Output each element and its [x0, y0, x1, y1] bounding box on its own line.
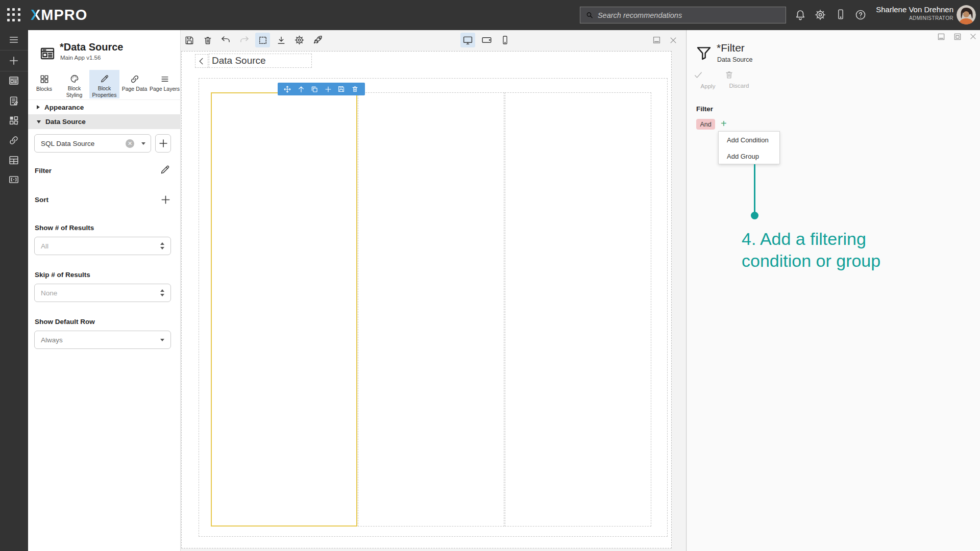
save-button[interactable]: [182, 33, 197, 47]
add-new-icon[interactable]: [6, 53, 21, 68]
close-panel-icon[interactable]: [969, 32, 978, 41]
show-results-stepper[interactable]: All: [34, 237, 171, 255]
search-input[interactable]: [598, 11, 780, 19]
add-filter-plus-icon[interactable]: +: [721, 118, 727, 130]
preview-tablet-button[interactable]: [479, 33, 494, 47]
column-block[interactable]: [505, 92, 651, 527]
filter-label: Filter: [35, 167, 52, 174]
publish-rocket-button[interactable]: [310, 33, 325, 47]
blocks-library-icon[interactable]: [6, 113, 21, 128]
move-block-icon[interactable]: [283, 85, 291, 93]
annotation-text: 4. Add a filtering condition or group: [742, 228, 880, 272]
add-filter-menu: Add Condition Add Group: [718, 131, 780, 164]
chevron-left-icon: [197, 57, 206, 66]
user-menu[interactable]: Sharlene Von Drehnen ADMINISTRATOR: [876, 5, 953, 21]
settings-gear-icon[interactable]: [814, 9, 826, 21]
filter-section-label: Filter: [696, 105, 713, 113]
dock-panel-icon[interactable]: [937, 32, 946, 41]
tab-block-properties[interactable]: Block Properties: [89, 70, 119, 98]
link-icon: [130, 74, 140, 84]
filter-editor-panel: *Filter Data Source Apply Discard Filter…: [687, 30, 980, 551]
data-grid-icon[interactable]: [6, 153, 21, 168]
undo-button[interactable]: [218, 33, 233, 47]
caret-down-icon[interactable]: [141, 142, 145, 145]
preview-desktop-button[interactable]: [460, 33, 475, 47]
tab-page-layers[interactable]: Page Layers: [150, 70, 180, 98]
xmpro-logo: XMPRO: [31, 7, 87, 23]
add-block-icon[interactable]: [324, 85, 332, 93]
section-appearance[interactable]: Appearance: [28, 99, 181, 114]
and-operator-chip[interactable]: And: [696, 119, 715, 130]
connections-link-icon[interactable]: [6, 133, 21, 148]
tab-page-data[interactable]: Page Data: [119, 70, 150, 98]
back-chevron-block[interactable]: [195, 54, 208, 68]
menu-hamburger-icon[interactable]: [6, 32, 21, 47]
float-panel-icon[interactable]: [953, 32, 962, 41]
user-name: Sharlene Von Drehnen: [876, 5, 953, 14]
sort-label: Sort: [35, 196, 48, 204]
page-settings-gear-button[interactable]: [292, 33, 307, 47]
default-row-select[interactable]: Always: [34, 331, 171, 349]
app-page[interactable]: Data Source: [181, 51, 672, 548]
mobile-phone-icon[interactable]: [835, 9, 847, 21]
forms-icon[interactable]: [6, 93, 21, 109]
selected-column-block[interactable]: [211, 92, 357, 527]
dock-panel-icon[interactable]: [649, 33, 664, 47]
left-properties-panel: *Data Source Main App v1.56 Blocks Block…: [28, 30, 181, 551]
top-bar: XMPRO Sharlene Von Drehnen ADMINISTRATOR: [0, 0, 980, 30]
add-data-source-button[interactable]: [155, 134, 171, 153]
plus-icon: [158, 138, 169, 149]
data-source-value: SQL Data Source: [41, 140, 94, 147]
stepper-arrows[interactable]: [160, 289, 164, 296]
apps-grid-icon[interactable]: [7, 8, 21, 22]
skip-results-stepper[interactable]: None: [34, 284, 171, 302]
column-block[interactable]: [358, 92, 504, 527]
edit-filter-pencil-icon[interactable]: [160, 164, 172, 177]
default-row-label: Show Default Row: [35, 318, 95, 325]
blocks-icon: [39, 74, 50, 84]
page-title: Data Source: [212, 55, 266, 66]
annotation-connector-dot: [751, 212, 758, 219]
apply-button[interactable]: Apply: [693, 70, 723, 89]
search-box[interactable]: [580, 7, 786, 23]
show-results-label: Show # of Results: [35, 224, 94, 232]
tab-blocks[interactable]: Blocks: [29, 70, 59, 98]
annotation-connector-line: [754, 164, 755, 213]
page-title-block[interactable]: Data Source: [209, 54, 312, 68]
avatar[interactable]: [957, 5, 976, 24]
help-icon[interactable]: [854, 9, 867, 21]
add-sort-plus-icon[interactable]: [160, 194, 172, 206]
panel-tabs: Blocks Block Styling Block Properties Pa…: [28, 70, 181, 98]
delete-block-icon[interactable]: [351, 85, 359, 93]
layers-icon: [160, 74, 170, 84]
variables-icon[interactable]: [6, 172, 21, 187]
save-block-icon[interactable]: [337, 85, 346, 93]
section-data-source[interactable]: Data Source: [28, 114, 181, 129]
stepper-arrows[interactable]: [160, 242, 164, 249]
logo-x: X: [31, 7, 41, 23]
close-canvas-icon[interactable]: [666, 33, 680, 47]
redo-button[interactable]: [237, 33, 252, 47]
data-source-select[interactable]: SQL Data Source ✕: [34, 134, 151, 153]
menu-item-add-condition[interactable]: Add Condition: [719, 132, 779, 148]
preview-mobile-button[interactable]: [498, 33, 512, 47]
pencil-icon: [100, 74, 110, 84]
duplicate-icon[interactable]: [310, 85, 318, 93]
select-tool-button[interactable]: [255, 33, 270, 47]
panel-subtitle: Main App v1.56: [60, 55, 101, 61]
move-up-icon[interactable]: [297, 85, 305, 93]
tab-block-styling[interactable]: Block Styling: [59, 70, 89, 98]
clear-icon[interactable]: ✕: [126, 139, 134, 148]
delete-button[interactable]: [200, 33, 215, 47]
page-window-icon: [39, 45, 56, 62]
apps-designer-icon[interactable]: [6, 73, 21, 88]
filter-panel-subtitle: Data Source: [717, 56, 752, 63]
filter-funnel-icon: [695, 43, 713, 63]
panel-title: *Data Source: [60, 41, 124, 53]
import-button[interactable]: [274, 33, 288, 47]
chevron-down-icon: [37, 120, 41, 123]
notifications-bell-icon[interactable]: [794, 9, 806, 21]
discard-button[interactable]: Discard: [724, 70, 754, 89]
user-role: ADMINISTRATOR: [876, 15, 953, 21]
menu-item-add-group[interactable]: Add Group: [719, 148, 779, 164]
